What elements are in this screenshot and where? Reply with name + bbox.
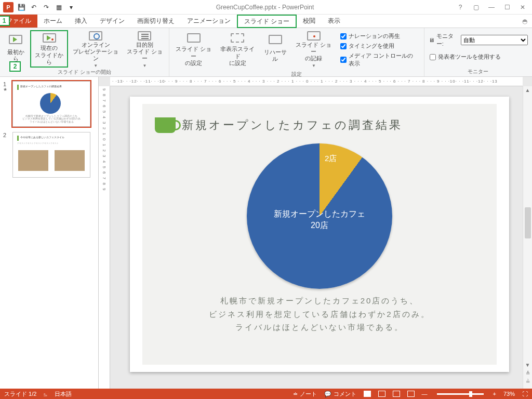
slide-thumbnails-panel: 1 ★ 新規オープンしたカフェの調査結果 札幌市で新規オープンしたカフェ20店の… bbox=[0, 77, 99, 389]
custom-slideshow-button[interactable]: 目的別 スライド ショー ▼ bbox=[124, 30, 166, 68]
zoom-value[interactable]: 73% bbox=[503, 391, 515, 397]
undo-icon[interactable]: ↶ bbox=[29, 3, 38, 12]
present-online-button[interactable]: オンライン プレゼンテーション ▼ bbox=[70, 30, 122, 68]
setup-label: スライド ショー の設定 bbox=[175, 46, 213, 66]
group-label-start: スライド ショーの開始 bbox=[3, 68, 166, 76]
view-sorter-icon[interactable] bbox=[378, 391, 385, 397]
comments-button[interactable]: 💬 コメント bbox=[324, 390, 356, 398]
scroll-thumb[interactable] bbox=[525, 207, 531, 238]
chk-presenter-label: 発表者ツールを使用する bbox=[438, 53, 501, 61]
chk-media-label: メディア コントロールの表示 bbox=[349, 52, 418, 68]
zoom-out-icon[interactable]: — bbox=[422, 391, 428, 397]
comments-label: コメント bbox=[334, 390, 356, 398]
record-label: スライド ショー の記録 bbox=[295, 42, 333, 62]
from-beginning-label: 最初から bbox=[5, 49, 26, 62]
status-slide-count: スライド 1/2 bbox=[4, 390, 36, 398]
minimize-icon[interactable]: — bbox=[487, 4, 496, 11]
rehearse-button[interactable]: リハーサル bbox=[260, 30, 291, 68]
pie-chart: 2店 新規オープンしたカフェ 20店 bbox=[247, 143, 392, 289]
tab-review[interactable]: 校閲 bbox=[297, 15, 322, 28]
chk-timing[interactable]: タイミングを使用 bbox=[340, 42, 418, 50]
thumb-1-pie-icon bbox=[40, 93, 61, 114]
close-icon[interactable]: ✕ bbox=[518, 4, 527, 11]
next-slide-icon[interactable]: ≟ bbox=[523, 379, 532, 384]
slide-canvas[interactable]: 新規オープンしたカフェの調査結果 2店 新規オープンしたカフェ 20店 札幌市で… bbox=[130, 97, 509, 372]
slide-canvas-area: · ·13· · ·12· · ·11· · ·10· · · 9 · · · … bbox=[99, 77, 532, 389]
work-area: 1 ★ 新規オープンしたカフェの調査結果 札幌市で新規オープンしたカフェ20店の… bbox=[0, 77, 532, 389]
title-bar: P 💾 ↶ ↷ ▦ ▾ GreenCupCoffee.pptx - PowerP… bbox=[0, 0, 532, 15]
chk-media-box[interactable] bbox=[340, 57, 347, 63]
group-label-monitor: モニター bbox=[428, 67, 529, 75]
dropdown-icon[interactable]: ▼ bbox=[312, 63, 316, 69]
chk-timing-label: タイミングを使用 bbox=[349, 42, 394, 50]
setup-slideshow-button[interactable]: スライド ショー の設定 bbox=[172, 30, 215, 68]
chk-narration[interactable]: ナレーションの再生 bbox=[340, 32, 418, 40]
view-slideshow-icon[interactable] bbox=[407, 391, 415, 397]
monitor-select[interactable]: 自動 bbox=[461, 35, 528, 45]
account-icon[interactable]: ◓ bbox=[517, 15, 532, 28]
chk-narration-box[interactable] bbox=[340, 33, 347, 39]
prev-slide-icon[interactable]: ≜ bbox=[523, 370, 532, 376]
tab-view[interactable]: 表示 bbox=[322, 15, 347, 28]
slide-description: 札幌市で新規オープンしたカフェ20店のうち、 ビジネス利用を想定している店舗はわ… bbox=[142, 292, 497, 334]
save-icon[interactable]: 💾 bbox=[17, 3, 26, 12]
thumb-2-wrap[interactable]: 2 今や日常にある新しいカフェスタイル テキストテキストテキストテキストテキスト bbox=[3, 132, 95, 178]
ruler-horizontal: · ·13· · ·12· · ·11· · ·10· · · 9 · · · … bbox=[110, 77, 523, 86]
ruler-vertical: 9 8 7 6 5 4 3 2 1 0 1 2 3 4 5 6 7 8 9 bbox=[99, 86, 110, 389]
thumb-1-desc: 札幌市で新規オープンしたカフェ20店のうちビジネス利用を想定している店舗はわずか… bbox=[17, 115, 86, 124]
zoom-in-icon[interactable]: + bbox=[493, 391, 496, 397]
tab-design[interactable]: デザイン bbox=[94, 15, 131, 28]
view-normal-icon[interactable] bbox=[364, 391, 371, 397]
tab-transitions[interactable]: 画面切り替え bbox=[131, 15, 181, 28]
powerpoint-logo-icon: P bbox=[3, 2, 14, 12]
help-icon[interactable]: ? bbox=[456, 4, 464, 11]
view-reading-icon[interactable] bbox=[393, 391, 400, 397]
group-start-slideshow: 最初から 現在の スライドから オンライン プレゼンテーション ▼ 目的別 スラ… bbox=[0, 28, 169, 76]
thumb-2-number: 2 bbox=[3, 132, 10, 178]
zoom-knob[interactable] bbox=[469, 391, 472, 397]
window-controls: ? ▢ — ☐ ✕ bbox=[451, 4, 532, 11]
chk-media[interactable]: メディア コントロールの表示 bbox=[340, 52, 418, 68]
status-language[interactable]: 日本語 bbox=[55, 390, 72, 398]
vertical-scrollbar[interactable]: ▲ ▼ ≜ ≟ bbox=[523, 86, 532, 389]
desc-line-3: ライバルはほとんどいない市場である。 bbox=[148, 321, 491, 334]
redo-icon[interactable]: ↷ bbox=[42, 3, 51, 12]
fit-to-window-icon[interactable]: ⛶ bbox=[522, 391, 528, 397]
maximize-icon[interactable]: ☐ bbox=[503, 4, 511, 11]
tab-insert[interactable]: 挿入 bbox=[69, 15, 94, 28]
playback-checkboxes: ナレーションの再生 タイミングを使用 メディア コントロールの表示 bbox=[337, 30, 421, 70]
notes-label: ノート bbox=[300, 390, 317, 398]
from-current-button[interactable]: 現在の スライドから bbox=[30, 30, 68, 68]
thumb-2[interactable]: 今や日常にある新しいカフェスタイル テキストテキストテキストテキストテキスト bbox=[12, 132, 90, 178]
tab-animations[interactable]: アニメーション bbox=[181, 15, 237, 28]
monitor-label: モニター: bbox=[436, 32, 459, 48]
qat-dropdown-icon[interactable]: ▾ bbox=[66, 3, 76, 12]
pie-label-big: 新規オープンしたカフェ 20店 bbox=[247, 208, 392, 232]
thumb-1-wrap[interactable]: 1 ★ 新規オープンしたカフェの調査結果 札幌市で新規オープンしたカフェ20店の… bbox=[3, 81, 95, 127]
scroll-up-icon[interactable]: ▲ bbox=[523, 87, 532, 93]
scroll-down-icon[interactable]: ▼ bbox=[523, 362, 532, 368]
chk-presenter-view[interactable]: 発表者ツールを使用する bbox=[428, 53, 501, 61]
thumb-2-photo-2 bbox=[55, 150, 85, 171]
ribbon-options-icon[interactable]: ▢ bbox=[472, 4, 480, 11]
tab-home[interactable]: ホーム bbox=[37, 15, 69, 28]
zoom-slider[interactable] bbox=[437, 393, 484, 395]
spellcheck-icon[interactable]: ⎁ bbox=[44, 391, 47, 397]
present-online-label: オンライン プレゼンテーション bbox=[72, 42, 119, 62]
custom-slideshow-label: 目的別 スライド ショー bbox=[126, 42, 164, 62]
chk-timing-box[interactable] bbox=[340, 43, 347, 49]
notes-button[interactable]: ≐ ノート bbox=[293, 390, 317, 398]
thumb-1-anim-icon: ★ bbox=[3, 87, 10, 91]
thumb-1[interactable]: 新規オープンしたカフェの調査結果 札幌市で新規オープンしたカフェ20店のうちビジ… bbox=[12, 81, 90, 127]
callout-1: 1 bbox=[0, 16, 10, 26]
group-setup: スライド ショー の設定 非表示スライド に設定 リハーサル スライド ショー … bbox=[169, 28, 424, 76]
from-current-label: 現在の スライドから bbox=[33, 45, 65, 65]
tab-slideshow[interactable]: スライド ショー bbox=[237, 15, 297, 28]
start-show-icon[interactable]: ▦ bbox=[54, 3, 63, 12]
group-monitor: 🖥 モニター: 自動 発表者ツールを使用する モニター bbox=[424, 28, 532, 76]
window-title: GreenCupCoffee.pptx - PowerPoint bbox=[79, 4, 451, 11]
record-slideshow-button[interactable]: スライド ショー の記録 ▼ bbox=[292, 30, 335, 68]
hide-slide-button[interactable]: 非表示スライド に設定 bbox=[217, 30, 258, 68]
chk-presenter-box[interactable] bbox=[430, 54, 436, 60]
ribbon: 2 最初から 現在の スライドから オンライン プレゼンテーション ▼ 目的別 … bbox=[0, 28, 532, 77]
